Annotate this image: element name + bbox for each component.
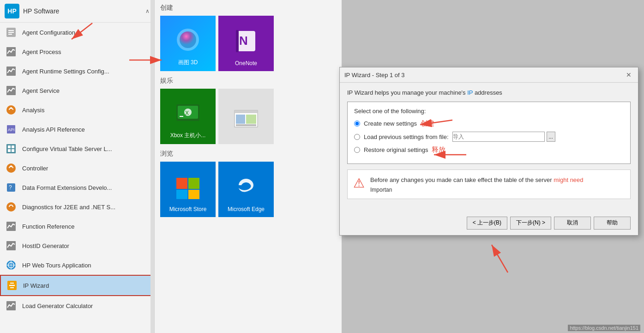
- svg-rect-44: [236, 115, 245, 124]
- sidebar-item-data-format[interactable]: ? Data Format Extensions Develo...: [0, 178, 154, 197]
- svg-point-17: [10, 165, 12, 167]
- dialog-body: IP Wizard helps you manage your machine'…: [340, 83, 638, 213]
- sidebar-item-analysis-api[interactable]: API Analysis API Reference: [0, 120, 154, 139]
- sidebar-item-controller[interactable]: Controller: [0, 158, 154, 178]
- sidebar-item-agent-service[interactable]: Agent Service: [0, 81, 154, 100]
- svg-point-20: [6, 202, 16, 212]
- svg-text:X: X: [185, 110, 189, 116]
- agent-service-icon: [5, 84, 18, 97]
- dialog-description: IP Wizard helps you manage your machine'…: [347, 89, 631, 96]
- analysis-api-icon: API: [5, 123, 18, 136]
- section-label-browse: 浏览: [155, 146, 342, 160]
- svg-rect-49: [176, 190, 187, 199]
- svg-rect-15: [12, 149, 14, 152]
- svg-point-8: [10, 107, 12, 109]
- important-text-start: Before any changes you made can take eff…: [370, 176, 554, 183]
- tile-paint3d[interactable]: 画图 3D: [160, 16, 216, 71]
- next-button[interactable]: 下一步(N) >: [510, 217, 551, 230]
- scrollbar[interactable]: [150, 0, 154, 333]
- svg-rect-46: [236, 124, 256, 126]
- tiles-area: 创建 画图 3D: [155, 0, 342, 333]
- tile-edge-label: Microsoft Edge: [228, 206, 265, 212]
- analysis-label: Analysis: [22, 107, 44, 114]
- start-menu: HP HP Software ∧ Agent Configuration Age…: [0, 0, 155, 333]
- tile-microsoft-store[interactable]: Microsoft Store: [160, 162, 216, 217]
- dialog-desc-end: addresses: [475, 89, 502, 96]
- analysis-api-label: Analysis API Reference: [22, 126, 85, 133]
- tile-screenshot[interactable]: [218, 89, 274, 144]
- sidebar-item-agent-config[interactable]: Agent Configuration: [0, 23, 154, 42]
- radio-create-label: Create new settings: [364, 120, 417, 127]
- watermark: https://blog.csdn.net/tianjin151: [568, 325, 640, 331]
- important-icon: ⚠: [353, 176, 365, 191]
- agent-config-label: Agent Configuration: [22, 29, 75, 36]
- onenote-tile-icon: N: [230, 25, 262, 57]
- sidebar-item-diagnostics[interactable]: Diagnostics for J2EE and .NET S...: [0, 197, 154, 217]
- svg-rect-47: [176, 178, 187, 189]
- dialog-close-button[interactable]: ✕: [624, 70, 633, 79]
- svg-rect-45: [246, 115, 256, 124]
- radio-restore[interactable]: [354, 147, 360, 153]
- screenshot-tile-icon: [230, 104, 262, 137]
- dialog-desc-ip: IP: [467, 89, 473, 96]
- back-button[interactable]: < 上一步(B): [467, 217, 507, 230]
- agent-service-label: Agent Service: [22, 87, 60, 94]
- paint3d-tile-icon: [172, 24, 204, 56]
- help-button[interactable]: 帮助: [594, 217, 631, 230]
- hostid-icon: [5, 239, 18, 252]
- load-file-input[interactable]: [452, 132, 545, 142]
- svg-point-16: [6, 163, 16, 173]
- radio-row-restore: Restore original settings 释放: [354, 145, 624, 154]
- sidebar-item-hostid[interactable]: HostID Generator: [0, 236, 154, 255]
- agent-process-icon: [5, 45, 18, 58]
- hp-software-header[interactable]: HP HP Software ∧: [0, 0, 154, 23]
- dialog-selection-box: Select one of the following: Create new …: [347, 102, 631, 164]
- selection-label: Select one of the following:: [354, 108, 624, 115]
- tile-xbox[interactable]: X Xbox 主机小...: [160, 89, 216, 144]
- sidebar-item-ip-wizard[interactable]: IP Wizard: [0, 275, 154, 296]
- svg-point-7: [6, 105, 16, 115]
- sidebar-item-agent-runtime[interactable]: Agent Runtime Settings Config...: [0, 61, 154, 81]
- sidebar-item-analysis[interactable]: Analysis: [0, 100, 154, 120]
- important-content: Before any changes you made can take eff…: [370, 176, 584, 193]
- tiles-grid-browse: Microsoft Store Microsoft Edge: [155, 160, 342, 219]
- cancel-button[interactable]: 取消: [554, 217, 591, 230]
- svg-rect-14: [8, 149, 11, 152]
- dialog-footer: < 上一步(B) 下一步(N) > 取消 帮助: [340, 213, 638, 235]
- load-gen-icon: [5, 299, 18, 312]
- tile-mstore-label: Microsoft Store: [169, 206, 207, 212]
- hp-logo-icon: HP: [5, 4, 19, 18]
- important-label: Importan: [370, 187, 584, 193]
- ip-wizard-icon: [6, 279, 18, 292]
- dialog-title: IP Wizard - Step 1 of 3: [344, 72, 405, 79]
- svg-text:?: ?: [9, 184, 12, 191]
- agent-runtime-label: Agent Runtime Settings Config...: [22, 68, 109, 75]
- important-text: Before any changes you made can take eff…: [370, 176, 584, 185]
- agent-process-label: Agent Process: [22, 48, 61, 55]
- important-text-highlight: might need: [554, 176, 583, 183]
- radio-create[interactable]: [354, 121, 360, 127]
- sidebar-item-hp-web-tours[interactable]: HP Web Tours Application: [0, 255, 154, 275]
- tile-onenote-label: OneNote: [235, 60, 257, 67]
- svg-text:API: API: [8, 127, 15, 132]
- chevron-up-icon: ∧: [145, 8, 150, 14]
- browse-button[interactable]: ...: [547, 132, 555, 142]
- function-ref-icon: [5, 220, 18, 233]
- diagnostics-icon: [5, 200, 18, 213]
- sidebar-item-agent-process[interactable]: Agent Process: [0, 42, 154, 61]
- sidebar-item-configure-vts[interactable]: Configure Virtual Table Server L...: [0, 139, 154, 158]
- tile-xbox-label: Xbox 主机小...: [170, 132, 206, 139]
- annotation-restore: 释放: [432, 145, 445, 154]
- svg-rect-50: [188, 190, 199, 199]
- xbox-tile-icon: X: [172, 97, 204, 129]
- configure-vts-icon: [5, 142, 18, 155]
- tile-microsoft-edge[interactable]: Microsoft Edge: [218, 162, 274, 217]
- ip-wizard-label: IP Wizard: [23, 282, 49, 289]
- svg-rect-12: [8, 145, 11, 148]
- sidebar-item-load-gen[interactable]: Load Generator Calculator: [0, 296, 154, 315]
- tile-onenote[interactable]: N OneNote: [218, 16, 274, 71]
- hp-software-title: HP Software: [23, 7, 145, 15]
- radio-load[interactable]: [354, 134, 360, 140]
- sidebar-item-function-ref[interactable]: Function Reference: [0, 217, 154, 236]
- agent-config-icon: [5, 26, 18, 39]
